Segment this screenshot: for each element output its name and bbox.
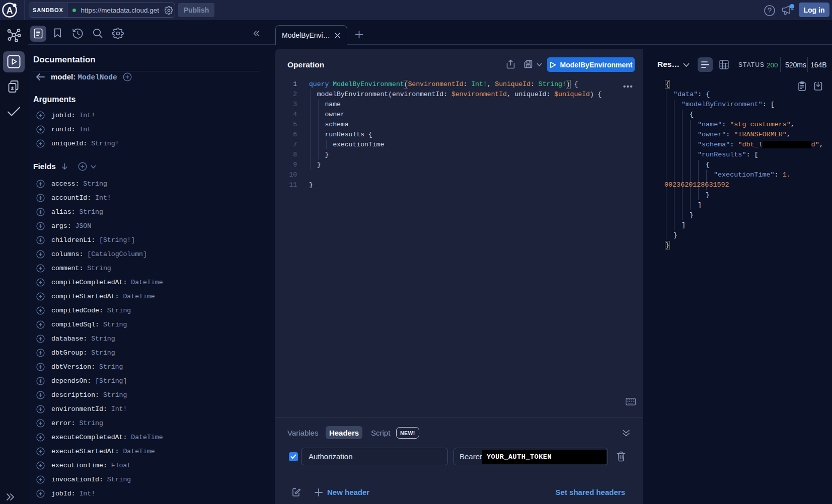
svg-text:A: A	[7, 6, 13, 16]
